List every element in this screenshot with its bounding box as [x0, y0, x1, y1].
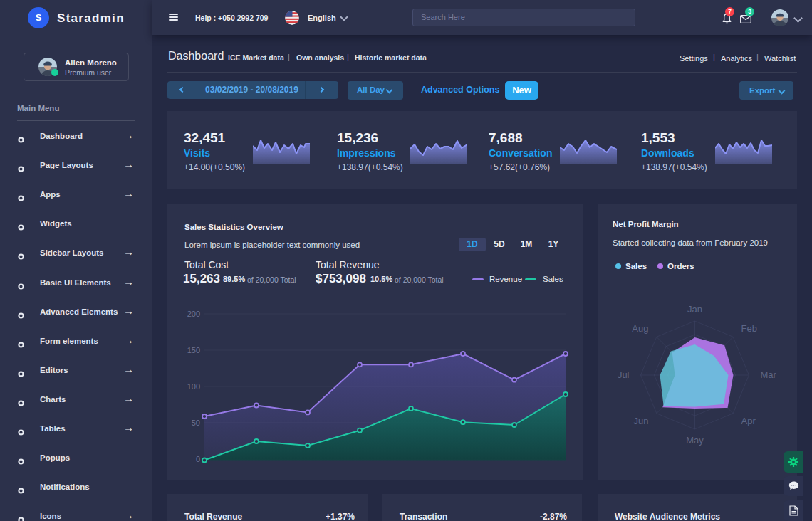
svg-text:150: 150 [187, 346, 200, 354]
svg-text:Mar: Mar [761, 369, 777, 380]
svg-text:200: 200 [187, 310, 200, 318]
svg-text:0: 0 [196, 455, 200, 463]
svg-text:Jul: Jul [618, 369, 630, 380]
svg-text:May: May [686, 435, 704, 446]
svg-text:Feb: Feb [741, 323, 757, 334]
svg-text:Jan: Jan [687, 304, 702, 315]
svg-text:Aug: Aug [632, 323, 648, 334]
svg-text:Jun: Jun [633, 416, 648, 426]
svg-text:100: 100 [187, 382, 200, 391]
svg-text:50: 50 [192, 419, 200, 427]
svg-text:Apr: Apr [741, 416, 756, 426]
